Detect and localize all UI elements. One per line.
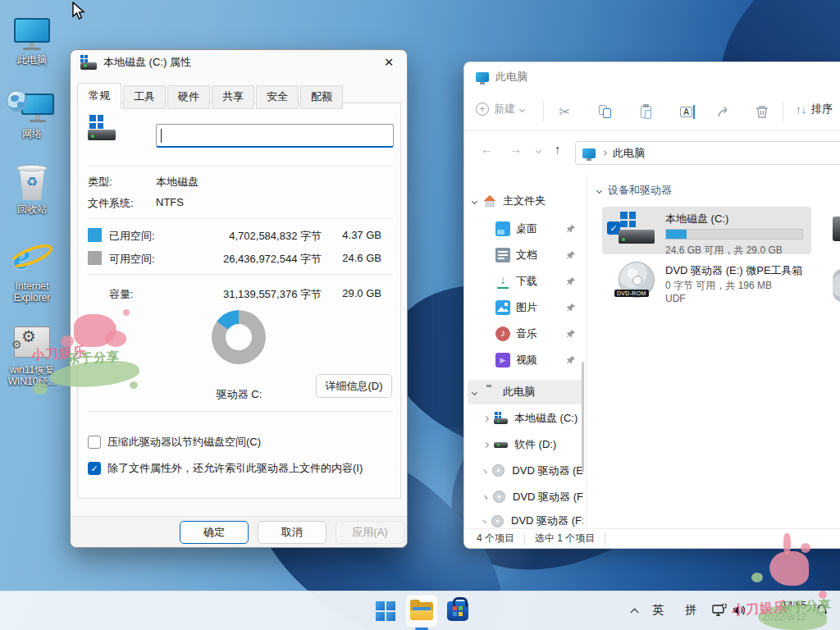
ie-icon: e bbox=[5, 238, 59, 279]
sidebar-item-downloads[interactable]: ↓ 下载 bbox=[468, 269, 583, 294]
sidebar-item-home[interactable]: 主文件夹 bbox=[468, 189, 583, 213]
network-icon[interactable] bbox=[712, 604, 727, 621]
taskbar-file-explorer[interactable] bbox=[405, 595, 438, 628]
forward-icon[interactable]: → bbox=[509, 142, 522, 156]
clock[interactable]: 14:55 2022/8/12 bbox=[749, 600, 806, 623]
desktop-icon-internet-explorer[interactable]: e Internet Explorer bbox=[5, 238, 59, 304]
gears-icon: ⚙ ⚙ bbox=[5, 325, 59, 363]
sidebar-item-local-disk-c[interactable]: 本地磁盘 (C:) bbox=[468, 406, 583, 431]
back-icon[interactable]: ← bbox=[481, 142, 493, 156]
volume-label-input[interactable] bbox=[156, 124, 394, 148]
downloads-icon: ↓ bbox=[495, 274, 510, 289]
up-icon[interactable]: ↑ bbox=[555, 142, 561, 156]
start-button[interactable] bbox=[369, 595, 402, 628]
capacity-label: 容量: bbox=[109, 287, 134, 302]
dvd-e-filesystem: UDF bbox=[665, 293, 686, 304]
sort-arrows-icon: ↑↓ bbox=[796, 103, 806, 116]
delete-icon[interactable] bbox=[752, 102, 772, 121]
volume-icon[interactable] bbox=[733, 604, 747, 620]
sidebar-scrollbar[interactable] bbox=[582, 362, 584, 472]
history-chevron-icon[interactable] bbox=[536, 148, 541, 153]
notification-bell-icon[interactable]: z bbox=[814, 603, 829, 622]
address-bar[interactable]: 此电脑 bbox=[575, 141, 840, 165]
pin-icon bbox=[566, 276, 576, 286]
sidebar-item-dvd-e[interactable]: DVD 驱动器 (E bbox=[468, 459, 583, 483]
dialog-title: 本地磁盘 (C:) 属性 bbox=[103, 55, 191, 70]
music-icon: ♪ bbox=[495, 326, 510, 341]
type-label: 类型: bbox=[88, 175, 112, 189]
capacity-size: 29.0 GB bbox=[327, 287, 381, 299]
this-pc-icon bbox=[482, 385, 497, 399]
desktop: 此电脑 网络 ♻ 回收站 e Internet Explorer ⚙ ⚙ win bbox=[0, 0, 840, 630]
taskbar-store[interactable] bbox=[441, 595, 474, 628]
tray-expand-icon[interactable] bbox=[631, 609, 639, 617]
capacity-bytes: 31,139,557,376 字节 bbox=[190, 287, 322, 302]
paste-icon[interactable] bbox=[637, 102, 656, 121]
cut-icon[interactable]: ✂ bbox=[555, 102, 574, 121]
sort-button[interactable]: ↑↓ 排序 bbox=[796, 102, 833, 116]
sidebar-item-dvd-f[interactable]: DVD 驱动器 (F bbox=[468, 485, 583, 509]
desktop-icon-label: 回收站 bbox=[5, 203, 59, 215]
index-checkbox-label: 除了文件属性外，还允许索引此驱动器上文件的内容(I) bbox=[107, 461, 363, 476]
apply-button[interactable]: 应用(A) bbox=[336, 521, 404, 544]
tray-time: 14:55 bbox=[749, 600, 806, 611]
desktop-icon-win11-restore[interactable]: ⚙ ⚙ win11恢复 WIN10经... bbox=[5, 325, 59, 387]
pin-icon bbox=[566, 250, 576, 260]
tray-date: 2022/8/12 bbox=[749, 611, 806, 623]
drive-c-usage-bar bbox=[665, 229, 803, 240]
explorer-toolbar: + 新建 ✂ A bbox=[464, 92, 840, 131]
tab-tools[interactable]: 工具 bbox=[123, 85, 166, 109]
explorer-statusbar: 4 个项目 选中 1 个项目 bbox=[464, 528, 840, 548]
cancel-button[interactable]: 取消 bbox=[258, 521, 326, 544]
new-button[interactable]: + 新建 bbox=[476, 102, 524, 116]
desktop-icon-network[interactable]: 网络 bbox=[5, 89, 59, 139]
sidebar-item-this-pc[interactable]: 此电脑 bbox=[468, 380, 583, 404]
desktop-icon-recycle-bin[interactable]: ♻ 回收站 bbox=[5, 164, 59, 215]
selected-count: 选中 1 个项目 bbox=[535, 532, 595, 546]
tab-general[interactable]: 常规 bbox=[77, 83, 121, 110]
documents-icon bbox=[495, 248, 510, 262]
type-value: 本地磁盘 bbox=[156, 175, 199, 189]
tab-quota[interactable]: 配额 bbox=[300, 85, 343, 109]
explorer-title: 此电脑 bbox=[495, 70, 527, 84]
drive-icon bbox=[494, 437, 509, 452]
tab-hardware[interactable]: 硬件 bbox=[167, 85, 210, 109]
desktop-icon-label: win11恢复 WIN10经... bbox=[5, 364, 59, 387]
index-checkbox[interactable]: ✓ bbox=[88, 462, 101, 475]
dvd-e-info: 0 字节 可用，共 196 MB bbox=[665, 279, 772, 293]
sidebar-item-music[interactable]: ♪ 音乐 bbox=[468, 322, 583, 346]
share-icon[interactable] bbox=[714, 102, 734, 121]
tab-sharing[interactable]: 共享 bbox=[212, 85, 254, 109]
partial-drive-icon bbox=[833, 217, 840, 241]
sidebar-item-drive-d[interactable]: 软件 (D:) bbox=[468, 432, 583, 457]
sidebar-item-dvd-f2[interactable]: DVD 驱动器 (F:) bbox=[468, 512, 583, 530]
close-icon[interactable]: × bbox=[371, 50, 407, 75]
devices-section-header[interactable]: 设备和驱动器 bbox=[597, 183, 672, 198]
plus-circle-icon: + bbox=[476, 103, 489, 116]
ime-language[interactable]: 英 bbox=[652, 603, 664, 618]
sidebar-item-desktop[interactable]: 桌面 bbox=[468, 217, 583, 241]
folder-icon bbox=[410, 602, 433, 620]
tab-security[interactable]: 安全 bbox=[256, 85, 299, 109]
desktop-icon-this-pc[interactable]: 此电脑 bbox=[5, 15, 59, 66]
network-icon bbox=[5, 89, 59, 126]
dvd-icon bbox=[491, 514, 505, 527]
computer-icon bbox=[5, 15, 59, 52]
used-space-swatch bbox=[88, 228, 102, 242]
free-space-bytes: 26,436,972,544 字节 bbox=[190, 252, 322, 267]
rename-icon[interactable]: A bbox=[678, 102, 697, 121]
ime-mode[interactable]: 拼 bbox=[685, 603, 696, 618]
details-button[interactable]: 详细信息(D) bbox=[316, 374, 392, 398]
compress-checkbox[interactable]: ✓ bbox=[88, 436, 101, 449]
drive-icon bbox=[494, 411, 509, 426]
ok-button[interactable]: 确定 bbox=[180, 521, 249, 544]
drive-usage-fill bbox=[666, 230, 687, 239]
dvd-icon bbox=[491, 463, 506, 478]
copy-icon[interactable] bbox=[596, 102, 615, 121]
explorer-window: 此电脑 + 新建 ✂ bbox=[463, 62, 840, 549]
sidebar-item-pictures[interactable]: 图片 bbox=[468, 295, 583, 320]
desktop-icon-label: 此电脑 bbox=[5, 54, 59, 66]
sidebar-item-videos[interactable]: ▶ 视频 bbox=[468, 348, 583, 372]
sidebar-item-documents[interactable]: 文档 bbox=[468, 243, 583, 267]
pin-icon bbox=[566, 329, 576, 339]
